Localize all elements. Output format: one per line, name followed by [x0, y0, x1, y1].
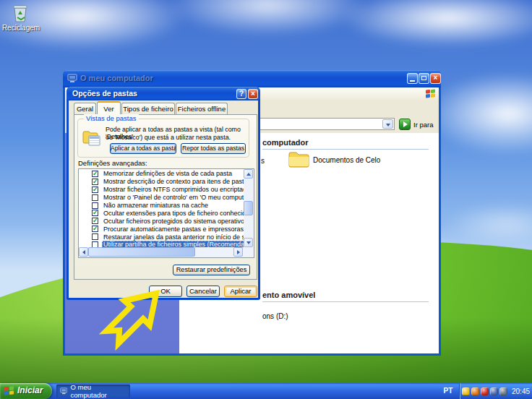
- apply-button[interactable]: Aplicar: [224, 286, 257, 297]
- checkbox-icon[interactable]: [92, 194, 98, 201]
- folder-icon: [288, 150, 310, 168]
- apply-to-all-folders-button[interactable]: Aplicar a todas as pastas: [110, 143, 176, 154]
- minimize-glyph: [410, 80, 415, 82]
- help-button[interactable]: ?: [236, 89, 246, 99]
- horizontal-scroll-thumb[interactable]: [88, 247, 195, 257]
- language-indicator[interactable]: PT: [439, 387, 458, 395]
- checkbox-icon[interactable]: ✓: [92, 210, 98, 216]
- chevron-down-icon: [386, 124, 390, 126]
- recycle-bin-icon: [12, 4, 28, 22]
- taskbar: Iniciar O meu computador PT 20:45: [0, 383, 532, 399]
- recycle-bin-label: Reciclagem: [0, 24, 42, 32]
- folder-item[interactable]: Documentos de Celo: [288, 150, 425, 173]
- arrow-left-icon: [82, 250, 85, 254]
- windows-logo-icon: [4, 387, 14, 395]
- advanced-setting-label: Mostrar o 'Painel de controlo' em 'O meu…: [102, 194, 244, 201]
- tab-tipos-de-ficheiro[interactable]: Tipos de ficheiro: [121, 103, 175, 115]
- folder-views-group-label: Vistas de pastas: [84, 114, 139, 122]
- tab-ver[interactable]: Ver: [97, 101, 121, 115]
- window-titlebar[interactable]: O meu computador ×: [63, 70, 441, 87]
- advanced-setting-item[interactable]: ✓Ocultar extensões para tipos de ficheir…: [79, 209, 244, 217]
- tray-icons: [460, 387, 507, 395]
- computer-icon: [67, 74, 77, 83]
- vertical-scroll-thumb[interactable]: [244, 201, 253, 215]
- computer-icon: [60, 387, 67, 395]
- advanced-setting-item[interactable]: ✓Procurar automaticamente pastas e impre…: [79, 225, 244, 233]
- recycle-bin-desktop-item[interactable]: Reciclagem: [0, 4, 42, 34]
- advanced-setting-label: Mostrar ficheiros NTFS comprimidos ou en…: [102, 186, 244, 193]
- checkbox-icon[interactable]: ✓: [92, 186, 98, 193]
- advanced-setting-label: Restaurar janelas da pasta anterior no i…: [102, 233, 244, 241]
- folder-label: Documentos de Celo: [313, 156, 380, 164]
- cancel-button[interactable]: Cancelar: [186, 286, 220, 297]
- group-header-fragment: ento amovível: [262, 291, 315, 299]
- advanced-setting-item[interactable]: Não armazenar miniaturas na cache: [79, 202, 244, 210]
- desktop[interactable]: Reciclagem O meu computador ×: [0, 0, 532, 399]
- advanced-setting-label: Memorizar definições de vista de cada pa…: [102, 170, 233, 177]
- taskbar-task-my-computer[interactable]: O meu computador: [56, 385, 130, 398]
- dialog-close-button[interactable]: ×: [248, 89, 258, 99]
- advanced-settings-list[interactable]: ✓Memorizar definições de vista de cada p…: [78, 168, 254, 258]
- wireless-network-icon[interactable]: [499, 387, 507, 395]
- advanced-setting-item[interactable]: ✓Mostrar descrição de contexto para iten…: [79, 178, 244, 186]
- alert-shield-icon[interactable]: [481, 387, 489, 395]
- scroll-left-button[interactable]: [79, 247, 88, 257]
- scroll-up-button[interactable]: [244, 169, 253, 179]
- checkbox-icon[interactable]: [92, 202, 98, 209]
- advanced-setting-item[interactable]: ✓Ocultar ficheiros protegidos do sistema…: [79, 217, 244, 225]
- start-button[interactable]: Iniciar: [0, 383, 52, 399]
- window-title: O meu computador: [80, 74, 297, 82]
- advanced-setting-label: Não armazenar miniaturas na cache: [102, 202, 210, 209]
- tab-geral[interactable]: Geral: [74, 103, 96, 115]
- group-divider: [262, 149, 429, 150]
- advanced-setting-label: Procurar automaticamente pastas e impres…: [102, 226, 244, 233]
- system-tray: 20:45: [460, 383, 532, 399]
- group-header-fragment: computador: [262, 138, 309, 147]
- clipped-text-fragment: s: [261, 157, 265, 165]
- dialog-title: Opções de pastas: [72, 89, 217, 98]
- checkbox-icon[interactable]: ✓: [92, 218, 98, 224]
- drive-item-fragment[interactable]: ons (D:): [262, 312, 288, 320]
- advanced-setting-item[interactable]: ✓Memorizar definições de vista de cada p…: [79, 170, 244, 178]
- checkbox-icon[interactable]: ✓: [92, 171, 98, 177]
- advanced-setting-item[interactable]: ✓Mostrar ficheiros NTFS comprimidos ou e…: [79, 186, 244, 194]
- security-shield-icon[interactable]: [462, 387, 470, 395]
- folder-views-icon: [82, 129, 101, 147]
- advanced-settings-label: Definições avançadas:: [78, 159, 147, 167]
- annotation-arrow-icon: [90, 288, 162, 357]
- taskbar-clock[interactable]: 20:45: [512, 387, 530, 395]
- vertical-scrollbar[interactable]: [244, 169, 254, 247]
- advanced-setting-label: Ocultar ficheiros protegidos do sistema …: [102, 218, 244, 225]
- advanced-setting-item[interactable]: Mostrar o 'Painel de controlo' em 'O meu…: [79, 194, 244, 202]
- checkbox-icon[interactable]: ✓: [92, 179, 98, 185]
- tab-ficheiros-offline[interactable]: Ficheiros offline: [176, 103, 228, 115]
- task-button-label: O meu computador: [70, 383, 126, 399]
- start-button-label: Iniciar: [17, 385, 43, 395]
- go-button-label: Ir para: [413, 121, 433, 129]
- maximize-glyph: [421, 76, 426, 80]
- maximize-button[interactable]: [419, 73, 429, 84]
- checkbox-icon[interactable]: [92, 233, 98, 240]
- advanced-setting-item[interactable]: Restaurar janelas da pasta anterior no i…: [79, 233, 244, 241]
- scroll-right-button[interactable]: [233, 247, 243, 257]
- group-divider: [262, 301, 429, 302]
- dialog-titlebar[interactable]: Opções de pastas ? ×: [66, 87, 260, 100]
- advanced-setting-label: Mostrar descrição de contexto para itens…: [102, 178, 244, 185]
- reset-all-folders-button[interactable]: Repor todas as pastas: [181, 143, 246, 154]
- key-icon[interactable]: [471, 387, 479, 395]
- close-button[interactable]: ×: [430, 73, 441, 84]
- arrow-right-icon: [237, 250, 240, 254]
- arrow-up-icon: [246, 173, 251, 176]
- horizontal-scrollbar[interactable]: [79, 247, 244, 257]
- scroll-down-button[interactable]: [244, 238, 253, 247]
- scrollbar-corner: [244, 247, 254, 257]
- arrow-down-icon: [246, 241, 251, 244]
- restore-defaults-button[interactable]: Restaurar predefinições: [173, 265, 250, 275]
- folder-options-dialog: Opções de pastas ? × Geral Ver Tipos de …: [66, 87, 260, 300]
- checkbox-icon[interactable]: ✓: [92, 226, 98, 232]
- go-button[interactable]: [399, 119, 411, 130]
- go-arrow-icon: [403, 121, 408, 127]
- messenger-icon[interactable]: [490, 387, 498, 395]
- minimize-button[interactable]: [407, 73, 418, 84]
- address-dropdown-button[interactable]: [382, 119, 393, 129]
